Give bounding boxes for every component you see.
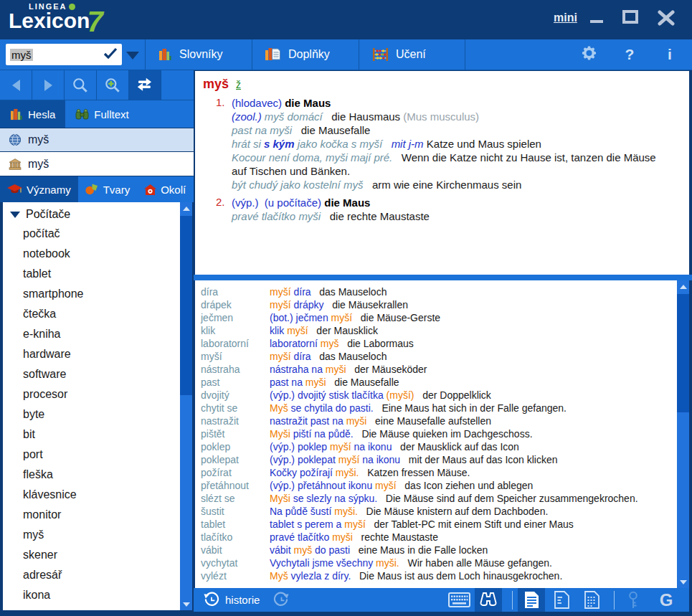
scroll-down-button[interactable] [180, 598, 192, 610]
close-button[interactable] [657, 10, 676, 26]
scroll-up-button[interactable] [677, 280, 689, 293]
tab-doplnky[interactable]: Doplňky [252, 39, 359, 70]
scrollbar-thumb[interactable] [677, 294, 689, 412]
colloc-row[interactable]: nástrahanástraha na myši der Mäuseköder [195, 363, 677, 376]
colloc-row[interactable]: myšímyší díra das Mauseloch [195, 350, 677, 363]
entry-panel: myšž 1.(hlodavec) die Maus(zool.) myš do… [195, 70, 689, 275]
word-item[interactable]: notebook [3, 244, 192, 264]
tab-fulltext[interactable]: Fulltext [65, 100, 138, 128]
sidebar: Hesla Fulltext myš myš Významy Tvary Oko… [0, 70, 194, 616]
text-segment: myši. [336, 467, 359, 478]
tab-tvary[interactable]: Tvary [78, 176, 138, 202]
word-item[interactable]: čtečka [3, 304, 192, 324]
word-item[interactable]: klávesnice [3, 485, 192, 505]
settings-button[interactable] [580, 44, 599, 65]
colloc-row[interactable]: šustitNa půdě šustí myši. Die Mäuse knis… [195, 505, 677, 518]
word-item[interactable]: hardware [3, 344, 192, 364]
fulltext-search-button[interactable] [475, 588, 502, 612]
google-search-button[interactable]: G [655, 588, 677, 612]
search-input[interactable]: myš [6, 44, 122, 65]
colloc-row[interactable]: chytit seMyš se chytila do pasti. Eine M… [195, 402, 677, 414]
text-segment: Myš [270, 570, 288, 582]
maximize-button[interactable] [622, 10, 638, 24]
view-full-entry-button[interactable] [518, 588, 545, 612]
result-item-selected[interactable]: myš [0, 128, 194, 152]
colloc-row[interactable]: ječmen(bot.) ječmen myší die Mäuse-Gerst… [195, 311, 677, 324]
colloc-row[interactable]: dvojitý(výp.) dvojitý stisk tlačítka (my… [195, 389, 677, 402]
text-segment: myší [287, 325, 308, 336]
panel-splitter[interactable] [194, 275, 692, 280]
colloc-row[interactable]: vychytatVychytali jsme všechny myši. Wir… [195, 556, 677, 569]
word-item[interactable]: smartphone [3, 284, 192, 304]
word-item[interactable]: software [3, 364, 192, 384]
scroll-down-button[interactable] [677, 576, 689, 588]
word-item[interactable]: procesor [3, 384, 192, 404]
back-button[interactable] [0, 70, 32, 100]
scrollbar-thumb[interactable] [180, 216, 192, 395]
search-button[interactable] [65, 70, 97, 100]
word-item[interactable]: monitor [3, 505, 192, 525]
colloc-row[interactable]: požíratKočky požírají myši. Katzen fress… [195, 466, 677, 479]
license-key-button[interactable] [622, 588, 644, 612]
colloc-row[interactable]: přetáhnout(výp.) přetáhnout ikonu myší d… [195, 479, 677, 492]
word-item[interactable]: tablet [3, 264, 192, 284]
word-item[interactable]: ikona [3, 585, 192, 605]
minimize-button[interactable] [589, 10, 604, 24]
word-item[interactable]: adresář [3, 565, 192, 585]
search-confirm-icon[interactable] [103, 47, 118, 62]
text-segment: das Mauseloch [311, 351, 387, 362]
word-item[interactable]: fleška [3, 465, 192, 485]
colloc-row[interactable]: díramyší díra das Mauseloch [195, 285, 677, 298]
category-collapse-icon[interactable] [10, 212, 20, 218]
tab-vyznamy[interactable]: Významy [0, 176, 78, 202]
colloc-row[interactable]: klikklik myší der Mausklick [195, 324, 677, 337]
colloc-row[interactable]: pištětMyši piští na půdě. Die Mäuse quie… [195, 427, 677, 440]
colloc-row[interactable]: poklepat(výp.) poklepat myší na ikonu mi… [195, 453, 677, 466]
word-item[interactable]: bit [3, 425, 192, 445]
keyboard-button[interactable] [446, 588, 472, 612]
search-zoom-button[interactable] [97, 70, 129, 100]
word-list-scrollbar[interactable] [180, 202, 192, 610]
view-tabs: Významy Tvary Okolí [0, 176, 194, 202]
swap-direction-button[interactable] [129, 70, 161, 100]
colloc-row[interactable]: laboratornílaboratorní myš die Labormaus [195, 337, 677, 350]
colloc-keyword: drápek [195, 298, 270, 311]
colloc-row[interactable]: drápekmyší drápky die Mäusekrallen [195, 298, 677, 311]
mini-mode-link[interactable]: mini [554, 11, 577, 24]
colloc-row[interactable]: vábitvábit myš do pasti eine Maus in die… [195, 544, 677, 556]
colloc-row[interactable]: tlačítkopravé tlačítko myši rechte Maust… [195, 531, 677, 544]
result-item[interactable]: myš [0, 152, 194, 176]
text-segment: arm wie eine Kirchenmaus sein [363, 179, 521, 191]
tab-uceni[interactable]: Učení [359, 39, 465, 70]
colloc-row[interactable]: nastražitnastražit past na myši eine Mau… [195, 414, 677, 427]
history-forward-button[interactable] [271, 588, 291, 612]
word-item[interactable]: skener [3, 545, 192, 565]
colloc-scrollbar[interactable] [677, 280, 689, 588]
tab-okoli[interactable]: Okolí [137, 176, 193, 202]
colloc-row[interactable]: slézt seMyši se slezly na sýpku. Die Mäu… [195, 492, 677, 505]
scroll-up-button[interactable] [180, 202, 192, 214]
help-button[interactable]: ? [620, 46, 639, 63]
word-item[interactable]: myš [3, 525, 192, 545]
word-item[interactable]: byte [3, 404, 192, 425]
view-detailed-entry-button[interactable] [578, 588, 605, 612]
word-item[interactable]: počítač [3, 224, 192, 244]
colloc-phrase: myší díra das Mauseloch [270, 350, 677, 363]
colloc-row[interactable]: pastpast na myši die Mausefalle [195, 376, 677, 389]
info-button[interactable]: i [660, 46, 679, 63]
search-dropdown-icon[interactable] [126, 52, 139, 60]
colloc-row[interactable]: vyléztMyš vylezla z díry. Die Maus ist a… [195, 569, 677, 582]
colloc-row[interactable]: tablettablet s perem a myší der Tablet-P… [195, 518, 677, 531]
word-item[interactable]: e-kniha [3, 324, 192, 344]
text-segment: (výp.) dvojitý stisk tlačítka [270, 389, 387, 401]
tab-slovniky[interactable]: Slovníky [145, 39, 252, 70]
text-segment: vábit [270, 544, 293, 556]
history-back-button[interactable] [201, 588, 221, 612]
forward-button[interactable] [32, 70, 65, 100]
category-row[interactable]: Počítače [3, 202, 192, 224]
word-item[interactable]: port [3, 445, 192, 465]
view-short-entry-button[interactable] [548, 588, 575, 612]
text-segment: drápky [291, 299, 324, 311]
colloc-row[interactable]: poklep(výp.) poklep myší na ikonu der Ma… [195, 440, 677, 453]
tab-hesla[interactable]: Hesla [0, 100, 65, 128]
